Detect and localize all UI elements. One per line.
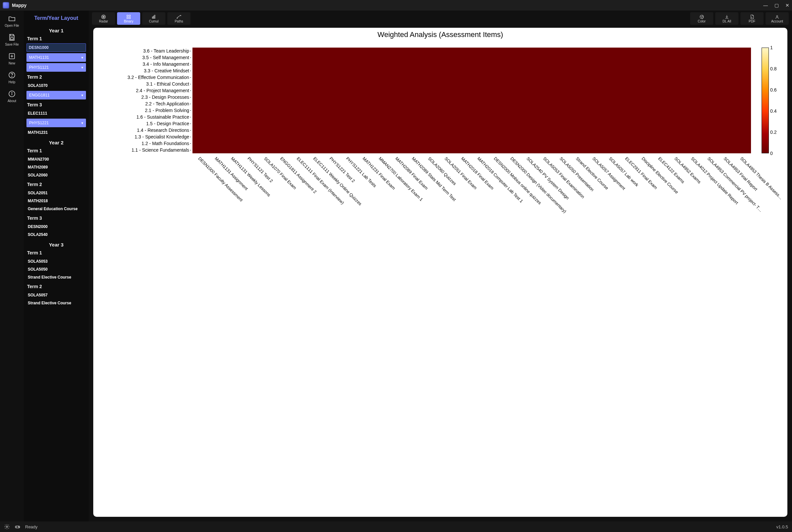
heatmap-cell — [283, 120, 290, 127]
course-item[interactable]: SOLA2060 — [26, 171, 86, 179]
rail-new[interactable]: New — [8, 52, 16, 65]
heatmap-cell — [619, 120, 625, 127]
heatmap-cell — [695, 120, 702, 127]
window-maximize-button[interactable]: ▢ — [774, 3, 779, 8]
heatmap-cell — [479, 107, 486, 114]
heatmap-cell — [367, 68, 374, 74]
heatmap-cell — [451, 48, 458, 54]
heatmap-cell — [290, 54, 297, 61]
rail-save-file[interactable]: Save File — [5, 33, 19, 46]
heatmap-cell — [276, 140, 283, 147]
course-item[interactable]: MATH2018 — [26, 197, 86, 205]
heatmap-cell — [479, 81, 486, 87]
course-item[interactable]: DESN2000 — [26, 223, 86, 231]
course-item[interactable]: SOLA5050 — [26, 265, 86, 273]
heatmap-cell — [283, 87, 290, 94]
heatmap-cell — [199, 68, 206, 74]
heatmap-cell — [667, 87, 674, 94]
heatmap-cell — [583, 61, 590, 68]
heatmap-cell — [353, 94, 360, 100]
heatmap-cell — [255, 81, 262, 87]
heatmap-cell — [199, 61, 206, 68]
heatmap-cell — [416, 133, 423, 140]
rail-open-file[interactable]: Open File — [5, 15, 19, 27]
heatmap-cell — [402, 81, 409, 87]
heatmap-cell — [388, 61, 395, 68]
window-minimize-button[interactable]: — — [763, 3, 768, 8]
ylabel: 2.2 - Tech Application — [145, 101, 189, 107]
heatmap-cell — [430, 54, 437, 61]
toolbar-binary-button[interactable]: Binary — [117, 12, 140, 25]
heatmap-cell — [632, 127, 639, 133]
heatmap-cell — [549, 107, 556, 114]
heatmap-cell — [220, 94, 227, 100]
course-item[interactable]: Strand Elective Course — [26, 273, 86, 281]
heatmap-cell — [206, 120, 213, 127]
course-item[interactable]: PHYS1221▾ — [26, 119, 86, 127]
heatmap-cell — [241, 133, 248, 140]
svg-rect-11 — [152, 17, 153, 19]
toolbar-paths-button[interactable]: Paths — [167, 12, 190, 25]
heatmap-cell — [269, 107, 276, 114]
course-item[interactable]: SOLA5057 — [26, 291, 86, 299]
heatmap-cell — [430, 61, 437, 68]
heatmap-cell — [486, 68, 493, 74]
gear-icon[interactable] — [4, 524, 10, 530]
window-close-button[interactable]: ✕ — [786, 3, 789, 8]
course-item[interactable]: DESN1000 — [26, 43, 86, 52]
heatmap-cell — [646, 100, 653, 107]
heatmap-cell — [563, 54, 569, 61]
course-item[interactable]: Strand Elective Course — [26, 299, 86, 307]
heatmap-cell — [430, 133, 437, 140]
xlabel: SOLA1070 Final Exam — [263, 156, 297, 190]
course-item[interactable]: MMAN2700 — [26, 155, 86, 163]
heatmap-cell — [576, 120, 583, 127]
sidebar-scroll[interactable]: Year 1Term 1DESN1000MATH1131▾PHYS1121▾Te… — [24, 24, 89, 521]
course-item[interactable]: MATH1231 — [26, 129, 86, 136]
heatmap-cell — [653, 133, 660, 140]
heatmap-cell — [569, 133, 576, 140]
gamepad-icon[interactable] — [15, 524, 20, 530]
toolbar-dlall-button[interactable]: DL All — [715, 12, 738, 25]
heatmap-cell — [681, 87, 688, 94]
heatmap-cell — [283, 107, 290, 114]
course-item[interactable]: SOLA2540 — [26, 231, 86, 239]
toolbar-account-button[interactable]: Account — [766, 12, 789, 25]
heatmap-cell — [346, 87, 353, 94]
heatmap-cell — [360, 114, 367, 120]
course-item[interactable]: MATH2089 — [26, 163, 86, 171]
heatmap-cell — [681, 127, 688, 133]
heatmap-cell — [646, 120, 653, 127]
course-item[interactable]: PHYS1121▾ — [26, 63, 86, 72]
rail-help[interactable]: Help — [8, 71, 16, 84]
toolbar-cumul-button[interactable]: Cumul — [142, 12, 165, 25]
heatmap-cell — [339, 120, 346, 127]
heatmap-cell — [311, 127, 318, 133]
heatmap-cell — [632, 61, 639, 68]
heatmap-cell — [493, 48, 500, 54]
course-item[interactable]: SOLA1070 — [26, 82, 86, 90]
toolbar-pdf-button[interactable]: PDF — [740, 12, 763, 25]
toolbar-radar-button[interactable]: Radar — [92, 12, 115, 25]
heatmap-cell — [549, 147, 556, 153]
heatmap-cell — [569, 147, 576, 153]
legend-tick: 0.6 — [770, 87, 776, 93]
course-item[interactable]: MATH1131▾ — [26, 53, 86, 62]
heatmap-cell — [458, 48, 465, 54]
heatmap-cell — [213, 114, 220, 120]
course-item[interactable]: General Education Course — [26, 205, 86, 213]
xlabel: DESN2000 Design (Video documentary) — [509, 156, 567, 214]
heatmap-cell — [576, 87, 583, 94]
course-item[interactable]: ELEC1111 — [26, 109, 86, 117]
heatmap-cell — [430, 81, 437, 87]
rail-about[interactable]: About — [7, 90, 16, 103]
heatmap-cell — [311, 81, 318, 87]
toolbar-color-button[interactable]: Color — [690, 12, 713, 25]
course-item[interactable]: ENGG1811▾ — [26, 91, 86, 99]
heatmap-cell — [716, 140, 723, 147]
xlabel: PHYS1221 Lab Tests — [345, 156, 377, 188]
course-item[interactable]: SOLA2051 — [26, 189, 86, 197]
heatmap-cell — [695, 81, 702, 87]
course-item[interactable]: SOLA5053 — [26, 258, 86, 265]
heatmap-cell — [723, 68, 730, 74]
